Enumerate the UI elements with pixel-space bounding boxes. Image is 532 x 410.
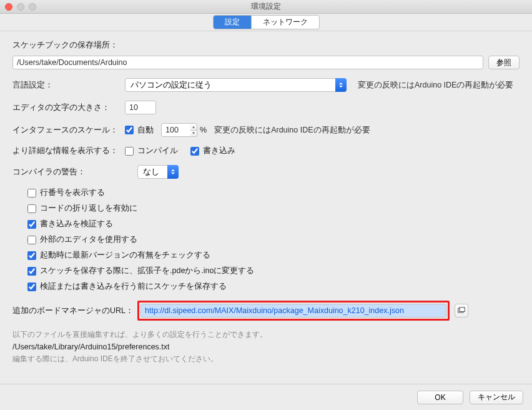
- scale-auto-label: 自動: [137, 125, 154, 136]
- tab-network[interactable]: ネットワーク: [252, 16, 319, 29]
- compiler-warnings-label: コンパイラの警告：: [12, 167, 137, 178]
- editor-font-size-input[interactable]: [125, 101, 156, 114]
- preferences-path[interactable]: /Users/take/Library/Arduino15/preference…: [12, 342, 170, 351]
- tab-settings[interactable]: 設定: [214, 16, 252, 29]
- footer: OK キャンセル: [0, 384, 532, 410]
- minimize-icon: [17, 3, 24, 11]
- scale-restart-hint: 変更の反映にはArduino IDEの再起動が必要: [214, 125, 370, 136]
- editor-font-size-label: エディタの文字の大きさ：: [12, 102, 125, 113]
- boards-url-expand-button[interactable]: [455, 304, 468, 318]
- titlebar: 環境設定: [0, 0, 532, 14]
- ok-button[interactable]: OK: [417, 391, 463, 404]
- verbose-label: より詳細な情報を表示する：: [12, 146, 125, 156]
- verbose-upload-label: 書き込み: [203, 146, 235, 156]
- line-numbers-checkbox[interactable]: [27, 189, 36, 198]
- window-icon: [458, 307, 465, 314]
- scale-percent-unit: %: [200, 126, 207, 134]
- external-editor-checkbox[interactable]: [27, 236, 36, 244]
- boards-url-highlight: [137, 301, 450, 321]
- language-restart-hint: 変更の反映にはArduino IDEの再起動が必要: [358, 80, 513, 91]
- update-extension-checkbox[interactable]: [27, 267, 36, 276]
- language-label: 言語設定：: [12, 80, 125, 91]
- language-select[interactable]: パソコンの設定に従う: [125, 78, 347, 92]
- interface-scale-label: インタフェースのスケール：: [12, 125, 125, 136]
- check-updates-checkbox[interactable]: [27, 251, 36, 260]
- boards-url-label: 追加のボードマネージャのURL：: [12, 306, 137, 316]
- boards-url-input[interactable]: [140, 304, 446, 318]
- sketchbook-path-input[interactable]: [12, 56, 483, 69]
- window-title: 環境設定: [0, 1, 532, 12]
- verbose-upload-checkbox[interactable]: [190, 147, 199, 156]
- save-on-verify-checkbox[interactable]: [27, 282, 36, 291]
- verbose-compile-label: コンパイル: [137, 146, 178, 156]
- tab-bar: 設定 ネットワーク: [0, 14, 532, 31]
- zoom-icon: [29, 3, 36, 11]
- compiler-warnings-select[interactable]: なし: [137, 165, 179, 179]
- edit-prefs-hint: 編集する際には、Arduino IDEを終了させておいてください。: [12, 354, 218, 364]
- browse-button[interactable]: 参照: [488, 56, 520, 69]
- sketchbook-label: スケッチブックの保存場所：: [12, 40, 118, 51]
- verbose-compile-checkbox[interactable]: [125, 147, 134, 156]
- scale-stepper[interactable]: ▲▼: [190, 123, 197, 137]
- more-prefs-hint: 以下のファイルを直接編集すれば、より多くの設定を行うことができます。: [12, 329, 267, 340]
- close-icon[interactable]: [5, 3, 12, 11]
- svg-rect-1: [460, 308, 465, 312]
- cancel-button[interactable]: キャンセル: [470, 391, 523, 404]
- scale-auto-checkbox[interactable]: [125, 126, 134, 134]
- scale-percent-input[interactable]: [161, 123, 191, 137]
- code-folding-checkbox[interactable]: [27, 204, 36, 213]
- verify-upload-checkbox[interactable]: [27, 220, 36, 229]
